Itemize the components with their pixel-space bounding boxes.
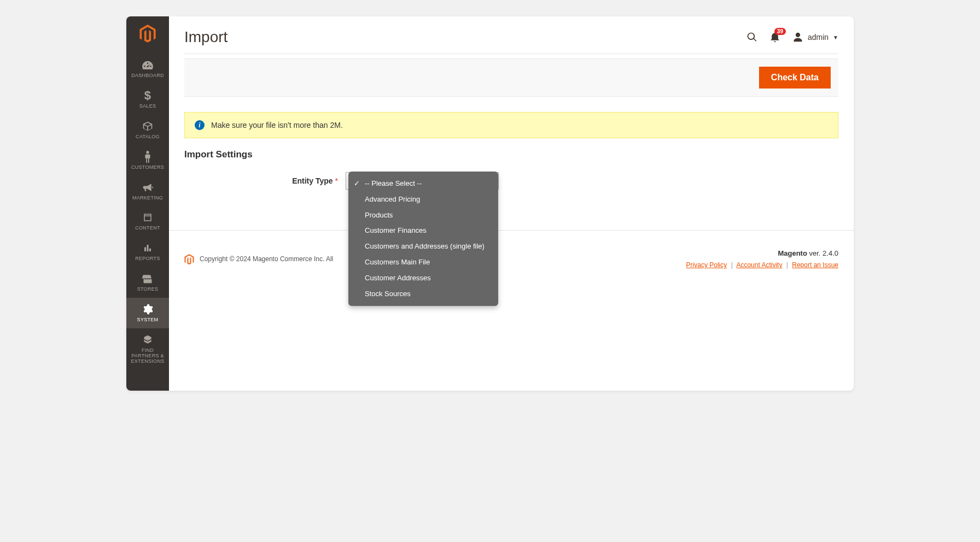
action-bar: Check Data	[184, 58, 838, 97]
sidebar-item-sales[interactable]: $ SALES	[126, 84, 169, 115]
dollar-icon: $	[144, 90, 151, 102]
sidebar-item-customers[interactable]: CUSTOMERS	[126, 145, 169, 176]
sidebar-item-dashboard[interactable]: DASHBOARD	[126, 54, 169, 84]
check-data-button[interactable]: Check Data	[759, 67, 831, 89]
info-message: i Make sure your file isn't more than 2M…	[184, 112, 838, 138]
sidebar-label: CONTENT	[135, 226, 160, 231]
entity-type-label: Entity Type*	[184, 176, 346, 185]
sidebar-item-catalog[interactable]: CATALOG	[126, 115, 169, 145]
sidebar-label: CATALOG	[136, 134, 160, 140]
dropdown-option[interactable]: Products	[348, 208, 498, 223]
dropdown-option[interactable]: Advanced Pricing	[348, 192, 498, 208]
dropdown-option[interactable]: -- Please Select --	[348, 176, 498, 192]
store-icon	[142, 273, 153, 285]
gear-icon	[142, 303, 153, 315]
header-divider	[184, 54, 838, 54]
megaphone-icon	[142, 181, 153, 193]
admin-label: admin	[808, 33, 829, 42]
separator: |	[731, 261, 733, 269]
entity-type-row: Entity Type*	[184, 172, 838, 190]
sidebar-item-content[interactable]: CONTENT	[126, 206, 169, 237]
header-actions: 39 admin ▼	[746, 31, 838, 43]
sidebar-label: SYSTEM	[137, 317, 159, 323]
account-activity-link[interactable]: Account Activity	[736, 261, 782, 269]
admin-account-menu[interactable]: admin ▼	[792, 32, 838, 43]
footer-version: ver. 2.4.0	[807, 249, 838, 257]
page-header: Import 39 admin ▼	[169, 16, 854, 54]
info-message-text: Make sure your file isn't more than 2M.	[211, 121, 343, 129]
footer-left: Copyright © 2024 Magento Commerce Inc. A…	[184, 254, 333, 264]
report-issue-link[interactable]: Report an Issue	[792, 261, 838, 269]
sidebar-item-stores[interactable]: STORES	[126, 267, 169, 298]
sidebar-label: STORES	[137, 287, 159, 292]
sidebar-label: MARKETING	[132, 196, 163, 201]
sidebar-label: REPORTS	[135, 256, 160, 262]
footer-copyright: Copyright © 2024 Magento Commerce Inc. A…	[200, 255, 333, 263]
sidebar-label: FIND PARTNERS & EXTENSIONS	[127, 348, 168, 364]
box-icon	[142, 120, 153, 132]
app-frame: DASHBOARD $ SALES CATALOG CUSTOMERS MARK…	[126, 16, 854, 391]
dropdown-option[interactable]: Stock Sources	[348, 286, 498, 302]
page-title: Import	[184, 28, 228, 46]
dashboard-icon	[142, 59, 154, 71]
sidebar-label: DASHBOARD	[131, 73, 164, 79]
sidebar: DASHBOARD $ SALES CATALOG CUSTOMERS MARK…	[126, 16, 169, 391]
dropdown-option[interactable]: Customers and Addresses (single file)	[348, 239, 498, 255]
info-icon: i	[195, 120, 205, 130]
search-icon[interactable]	[746, 32, 757, 43]
sidebar-item-marketing[interactable]: MARKETING	[126, 176, 169, 207]
notification-badge: 39	[774, 28, 786, 35]
magento-footer-logo-icon	[184, 254, 194, 264]
section-title: Import Settings	[184, 149, 838, 160]
person-icon	[144, 151, 151, 163]
entity-type-dropdown: -- Please Select -- Advanced Pricing Pro…	[348, 172, 498, 306]
magento-logo-icon	[138, 24, 158, 44]
page-footer: Copyright © 2024 Magento Commerce Inc. A…	[169, 230, 854, 288]
chart-icon	[143, 242, 153, 254]
privacy-policy-link[interactable]: Privacy Policy	[686, 261, 727, 269]
sidebar-item-system[interactable]: SYSTEM	[126, 298, 169, 328]
footer-version-brand: Magento	[778, 249, 807, 257]
notifications-icon[interactable]: 39	[769, 31, 780, 43]
partners-icon	[142, 334, 153, 346]
import-settings-section: Import Settings Entity Type* -- Please S…	[184, 149, 838, 197]
sidebar-item-reports[interactable]: REPORTS	[126, 237, 169, 267]
sidebar-item-partners[interactable]: FIND PARTNERS & EXTENSIONS	[126, 328, 169, 370]
main-content: Import 39 admin ▼ Check Data i	[169, 16, 854, 391]
dropdown-option[interactable]: Customer Addresses	[348, 270, 498, 286]
footer-right: Magento ver. 2.4.0 Privacy Policy | Acco…	[686, 247, 838, 272]
dropdown-option[interactable]: Customers Main File	[348, 255, 498, 270]
caret-down-icon: ▼	[833, 34, 838, 40]
content-icon	[143, 211, 153, 223]
dropdown-option[interactable]: Customer Finances	[348, 223, 498, 239]
sidebar-label: SALES	[139, 104, 156, 109]
user-icon	[792, 32, 803, 43]
sidebar-label: CUSTOMERS	[131, 165, 164, 170]
separator: |	[786, 261, 788, 269]
